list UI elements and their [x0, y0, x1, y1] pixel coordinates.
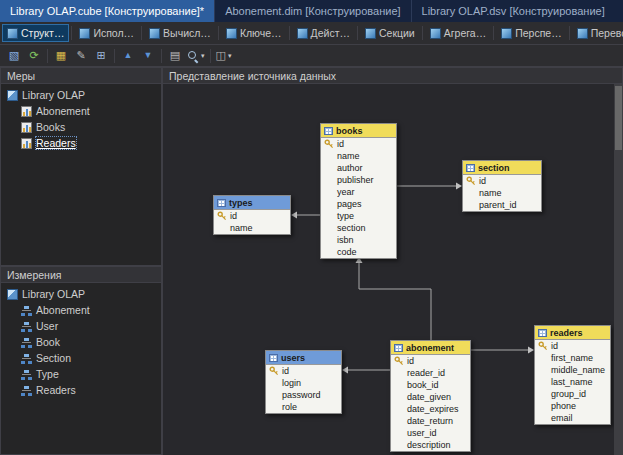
column-row[interactable]: id [463, 175, 541, 187]
dimension-tree-item-label: Type [36, 368, 59, 380]
column-row[interactable]: last_name [535, 376, 610, 388]
column-row[interactable]: year [321, 186, 396, 198]
column-row[interactable]: description [391, 439, 470, 451]
column-row[interactable]: date_expires [391, 403, 470, 415]
measure-tree-item[interactable]: Library OLAP [1, 87, 161, 103]
table-name: types [229, 198, 253, 208]
column-row[interactable]: type [321, 210, 396, 222]
dsv-diagram-canvas[interactable]: booksidnameauthorpublisheryearpagestypes… [163, 84, 623, 455]
column-row[interactable]: date_return [391, 415, 470, 427]
dimension-tree-item[interactable]: Library OLAP [1, 286, 161, 302]
designer-tab[interactable]: Дейст… [292, 24, 355, 42]
dropdown-arrow-icon[interactable]: ▾ [228, 52, 232, 60]
move-down-icon-glyph: ▼ [144, 51, 153, 60]
document-tab[interactable]: Abonement.dim [Конструирование] [214, 0, 410, 22]
table-header[interactable]: section [463, 161, 541, 175]
table-header[interactable]: books [321, 124, 396, 138]
dsv-table-books[interactable]: booksidnameauthorpublisheryearpagestypes… [320, 123, 397, 259]
dsv-table-users[interactable]: usersidloginpasswordrole [265, 350, 342, 414]
column-row[interactable]: parent_id [463, 199, 541, 211]
dimensions-panel-title: Измерения [7, 269, 61, 281]
designer-tab[interactable]: Секции [360, 24, 420, 42]
dsv-table-types[interactable]: typesidname [213, 195, 291, 235]
column-row[interactable]: pages [321, 198, 396, 210]
table-header[interactable]: users [266, 351, 341, 365]
column-row[interactable]: reader_id [391, 367, 470, 379]
dropdown-arrow-icon[interactable]: ▾ [201, 52, 205, 60]
edit-icon[interactable]: ✎ [71, 47, 91, 65]
column-row[interactable]: id [214, 210, 290, 222]
column-name: reader_id [407, 368, 445, 378]
table-header[interactable]: readers [535, 326, 610, 340]
dimension-tree-item[interactable]: Abonement [1, 302, 161, 318]
measure-tree-item[interactable]: Readers [1, 135, 161, 151]
dimension-tree-item[interactable]: Section [1, 350, 161, 366]
table-header[interactable]: types [214, 196, 290, 210]
column-row[interactable]: id [266, 365, 341, 377]
window-icon[interactable]: ▧ [4, 47, 24, 65]
measure-tree-item[interactable]: Books [1, 119, 161, 135]
dimension-tree-item[interactable]: User [1, 318, 161, 334]
column-row[interactable]: login [266, 377, 341, 389]
designer-tab[interactable]: Агрега… [425, 24, 491, 42]
column-name: book_id [407, 380, 439, 390]
designer-tab-label: Вычисл… [163, 27, 211, 39]
column-row[interactable]: middle_name [535, 364, 610, 376]
column-row[interactable]: first_name [535, 352, 610, 364]
designer-tab-label: Агрега… [444, 27, 486, 39]
key-icon [217, 211, 227, 221]
column-row[interactable]: section [321, 222, 396, 234]
grid-icon[interactable]: ⊞ [91, 47, 111, 65]
designer-tab[interactable]: Перспе… [496, 24, 567, 42]
edit-icon-glyph: ✎ [76, 50, 85, 61]
properties-icon[interactable]: ▤ [165, 47, 185, 65]
layout-icon-glyph: ◫ [216, 50, 226, 61]
dimension-tree-item[interactable]: Book [1, 334, 161, 350]
column-row[interactable]: name [214, 222, 290, 234]
column-row[interactable]: code [321, 246, 396, 258]
designer-tab[interactable]: Вычисл… [144, 24, 216, 42]
dsv-table-readers[interactable]: readersidfirst_namemiddle_namelast_nameg… [534, 325, 611, 425]
dsv-table-section[interactable]: sectionidnameparent_id [462, 160, 542, 212]
column-row[interactable]: phone [535, 400, 610, 412]
designer-tab[interactable]: Испол… [74, 24, 139, 42]
column-row[interactable]: user_id [391, 427, 470, 439]
column-row[interactable]: id [321, 138, 396, 150]
column-row[interactable]: date_given [391, 391, 470, 403]
dimension-icon [21, 385, 32, 396]
scrollbar-thumb[interactable] [615, 86, 622, 150]
measure-tree-item[interactable]: Abonement [1, 103, 161, 119]
column-row[interactable]: id [535, 340, 610, 352]
column-name: date_given [407, 392, 451, 402]
column-row[interactable]: role [266, 401, 341, 413]
column-name: first_name [551, 353, 593, 363]
document-tab[interactable]: Library OLAP.cube [Конструирование]* [0, 0, 214, 22]
layout-icon[interactable]: ◫▾ [214, 47, 234, 65]
column-row[interactable]: group_id [535, 388, 610, 400]
refresh-icon[interactable]: ⟳ [24, 47, 44, 65]
column-row[interactable]: publisher [321, 174, 396, 186]
column-row[interactable]: book_id [391, 379, 470, 391]
column-row[interactable]: name [463, 187, 541, 199]
column-row[interactable]: id [391, 355, 470, 367]
properties-icon-glyph: ▤ [170, 50, 180, 61]
column-row[interactable]: name [321, 150, 396, 162]
table-header[interactable]: abonement [391, 341, 470, 355]
dsv-table-abonement[interactable]: abonementidreader_idbook_iddate_givendat… [390, 340, 471, 452]
designer-tab[interactable]: Перево… [572, 24, 623, 42]
column-row[interactable]: author [321, 162, 396, 174]
dimension-tree-item[interactable]: Readers [1, 382, 161, 398]
add-object-icon[interactable]: ▦ [51, 47, 71, 65]
designer-tab[interactable]: Структ… [2, 24, 69, 42]
designer-tab[interactable]: Ключе… [221, 24, 287, 42]
move-up-icon[interactable]: ▲ [118, 47, 138, 65]
column-row[interactable]: isbn [321, 234, 396, 246]
designer-tab-icon [365, 28, 376, 39]
dimension-tree-item[interactable]: Type [1, 366, 161, 382]
document-tab[interactable]: Library OLAP.dsv [Конструирование] [411, 0, 615, 22]
column-row[interactable]: email [535, 412, 610, 424]
vertical-scrollbar[interactable] [614, 84, 623, 455]
column-row[interactable]: password [266, 389, 341, 401]
move-down-icon[interactable]: ▼ [138, 47, 158, 65]
zoom-icon[interactable]: ▾ [185, 47, 207, 65]
